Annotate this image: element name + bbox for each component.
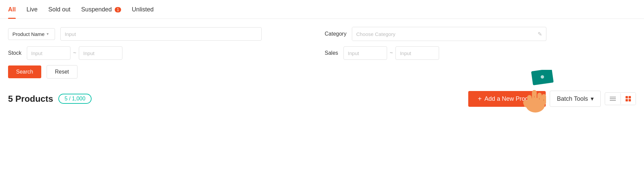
products-count-label: 5 Products xyxy=(8,94,53,104)
product-name-dropdown[interactable]: Product Name ▾ xyxy=(8,28,55,40)
tab-live[interactable]: Live xyxy=(26,0,38,18)
product-name-filter: Product Name ▾ xyxy=(8,27,319,41)
category-label: Category xyxy=(325,31,346,37)
stock-min-input[interactable] xyxy=(27,46,70,60)
reset-button[interactable]: Reset xyxy=(47,65,77,79)
suspended-badge: 1 xyxy=(115,7,121,12)
stock-filter: Stock ~ xyxy=(8,46,319,60)
bottom-bar: 5 Products 5 / 1,000 xyxy=(0,84,644,107)
stock-range: ~ xyxy=(27,46,122,60)
quota-badge: 5 / 1,000 xyxy=(58,94,91,104)
filter-row-1: Product Name ▾ Category ✎ xyxy=(8,27,636,41)
actions-section: + Add a New Product Batch Tools ▾ xyxy=(468,91,636,107)
sales-max-input[interactable] xyxy=(395,46,439,60)
chevron-down-icon: ▾ xyxy=(47,32,49,36)
stock-max-input[interactable] xyxy=(79,46,122,60)
view-toggle xyxy=(605,92,636,105)
add-product-label: Add a New Product xyxy=(484,95,536,102)
category-input[interactable] xyxy=(352,27,534,41)
batch-tools-label: Batch Tools xyxy=(557,95,588,102)
search-button[interactable]: Search xyxy=(8,65,41,78)
product-name-label: Product Name xyxy=(12,31,45,37)
plus-icon: + xyxy=(478,95,482,103)
batch-tools-button[interactable]: Batch Tools ▾ xyxy=(550,91,601,107)
edit-icon[interactable]: ✎ xyxy=(534,31,546,37)
product-count-section: 5 Products 5 / 1,000 xyxy=(8,94,92,104)
stock-range-separator: ~ xyxy=(73,50,76,56)
stock-label: Stock xyxy=(8,50,21,56)
sales-min-input[interactable] xyxy=(343,46,387,60)
filter-row-2: Stock ~ Sales ~ xyxy=(8,46,636,60)
tab-all[interactable]: All xyxy=(8,0,16,18)
add-new-product-button[interactable]: + Add a New Product xyxy=(468,91,546,107)
grid-view-button[interactable] xyxy=(621,93,636,105)
category-filter: Category ✎ xyxy=(325,27,636,41)
action-buttons: Search Reset xyxy=(8,65,636,79)
sales-range: ~ xyxy=(343,46,439,60)
tabs-bar: All Live Sold out Suspended 1 Unlisted xyxy=(0,0,644,19)
filter-row-3: Search Reset xyxy=(8,65,636,79)
sales-range-separator: ~ xyxy=(390,50,393,56)
product-name-input[interactable] xyxy=(60,27,262,41)
filter-section: Product Name ▾ Category ✎ Stock ~ Sales xyxy=(0,19,644,79)
tab-sold-out[interactable]: Sold out xyxy=(48,0,70,18)
tab-unlisted[interactable]: Unlisted xyxy=(132,0,154,18)
category-combined-field: ✎ xyxy=(352,27,546,41)
sales-filter: Sales ~ xyxy=(325,46,636,60)
batch-tools-chevron-icon: ▾ xyxy=(591,95,594,102)
list-view-button[interactable] xyxy=(605,93,621,104)
tab-suspended[interactable]: Suspended 1 xyxy=(81,0,121,18)
sales-label: Sales xyxy=(325,50,338,56)
list-icon xyxy=(610,97,616,101)
grid-icon xyxy=(626,96,631,101)
